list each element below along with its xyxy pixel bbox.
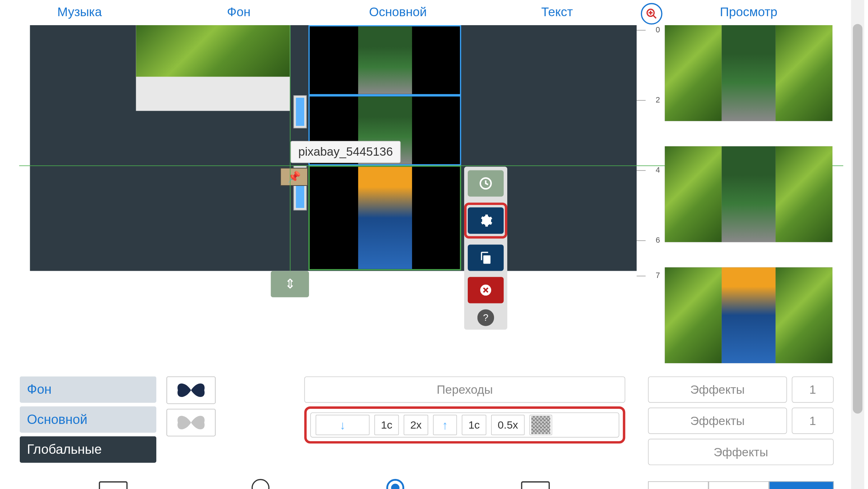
butterfly-icon — [173, 379, 209, 401]
effects-button-1[interactable]: Эффекты — [648, 376, 787, 403]
layer-preview-main[interactable] — [166, 409, 216, 437]
tab-background[interactable]: Фон — [159, 0, 318, 24]
clip-context-toolbar: ? — [464, 166, 507, 329]
transitions-row: ↓ 1c 2x ↑ 1c 0.5x — [310, 412, 619, 438]
svg-rect-5 — [483, 255, 490, 264]
transition-in-time[interactable]: 1c — [374, 415, 399, 435]
transitions-row-highlight: ↓ 1c 2x ↑ 1c 0.5x — [304, 406, 625, 443]
resize-icon: ⇕ — [285, 276, 295, 292]
background-clip[interactable] — [136, 25, 290, 111]
layer-item-background[interactable]: Фон — [20, 376, 156, 403]
copy-icon — [479, 251, 493, 265]
control-radio-selected[interactable] — [386, 479, 404, 489]
preview-column — [665, 25, 832, 363]
transition-in-preview[interactable]: ↓ — [316, 415, 370, 435]
layer-preview-background[interactable] — [166, 376, 216, 404]
preview-thumb-2[interactable] — [665, 146, 832, 242]
clip-help-button[interactable]: ? — [477, 309, 494, 326]
arrow-down-icon: ↓ — [340, 418, 346, 432]
snap-guide-vertical — [290, 25, 291, 271]
svg-line-1 — [653, 15, 656, 18]
clock-icon — [479, 176, 493, 191]
clip-1[interactable] — [309, 25, 461, 95]
preview-thumb-3[interactable] — [665, 267, 832, 363]
clip-delete-button[interactable] — [468, 277, 504, 303]
effects-count-2: 1 — [792, 408, 834, 434]
tab-music[interactable]: Музыка — [0, 0, 159, 24]
gear-icon — [479, 213, 493, 228]
bottom-progress-bar[interactable] — [648, 481, 834, 489]
transition-out-preview[interactable]: ↑ — [433, 415, 457, 435]
timeline-ruler: 0 2 4 6 7 — [637, 25, 664, 283]
transitions-button[interactable]: Переходы — [304, 376, 625, 403]
preview-thumb-1[interactable] — [665, 25, 832, 121]
effects-button-3[interactable]: Эффекты — [648, 439, 834, 465]
transition-in-mult[interactable]: 2x — [404, 415, 428, 435]
butterfly-icon — [173, 412, 209, 433]
delete-icon — [479, 283, 493, 297]
tab-text[interactable]: Текст — [477, 0, 637, 24]
layer-list: Фон Основной Глобальные — [20, 376, 156, 463]
clip-settings-button[interactable] — [468, 207, 504, 234]
tab-main[interactable]: Основной — [318, 0, 477, 24]
transition-noise-button[interactable] — [530, 415, 552, 435]
effects-count-1: 1 — [792, 376, 834, 403]
tab-preview[interactable]: Просмотр — [665, 5, 832, 19]
clip-3-selected[interactable] — [309, 165, 461, 270]
layer-item-main[interactable]: Основной — [20, 406, 156, 433]
transition-out-mult[interactable]: 0.5x — [491, 415, 525, 435]
clip-timing-button[interactable] — [468, 170, 504, 196]
control-circle-1[interactable] — [251, 479, 269, 489]
scrollbar-thumb[interactable] — [853, 24, 863, 414]
clip-tooltip: pixabay_5445136 — [290, 141, 401, 163]
transition-out-time[interactable]: 1c — [462, 415, 486, 435]
vertical-scrollbar[interactable] — [851, 0, 864, 489]
effects-button-2[interactable]: Эффекты — [648, 408, 787, 434]
clip-copy-button[interactable] — [468, 244, 504, 271]
clip-2-handle[interactable] — [294, 95, 307, 128]
clip-settings-highlight — [464, 202, 507, 238]
help-icon: ? — [483, 312, 489, 323]
arrow-up-icon: ↑ — [442, 418, 448, 432]
pin-badge[interactable]: 📌 — [280, 168, 308, 186]
layer-item-global[interactable]: Глобальные — [20, 437, 156, 463]
lane-resize-handle[interactable]: ⇕ — [271, 271, 309, 297]
control-box-2[interactable] — [521, 481, 550, 489]
zoom-in-icon — [646, 8, 657, 20]
zoom-in-button[interactable] — [641, 3, 662, 24]
noise-icon — [531, 416, 550, 434]
bottom-controls — [0, 481, 637, 489]
pin-icon: 📌 — [287, 170, 301, 183]
control-box-1[interactable] — [99, 481, 128, 489]
